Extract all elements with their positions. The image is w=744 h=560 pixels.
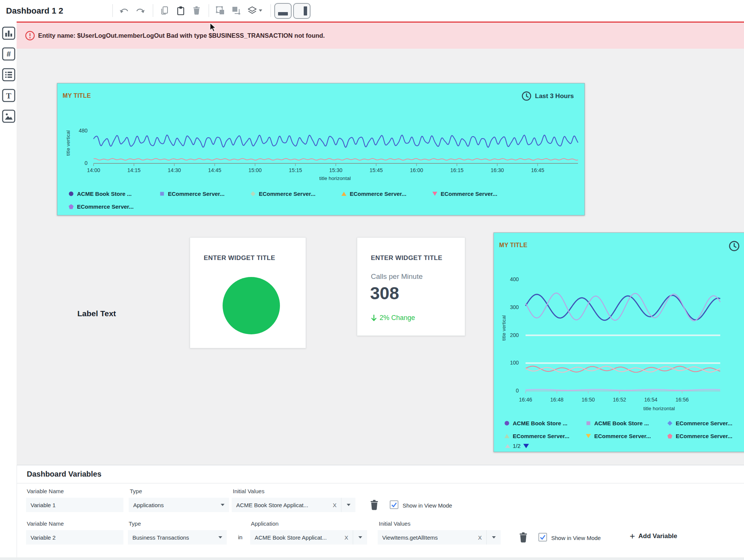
change-text: 2% Change — [380, 314, 415, 322]
dashboard-title: Dashboard 1 2 — [6, 0, 63, 22]
legend-marker-triangle-up — [504, 434, 509, 438]
legend-label: ACME Book Store ... — [513, 420, 567, 426]
type-label: Type — [130, 488, 142, 494]
timeseries-widget-2[interactable]: MY TITLE 400300200100016:4616:4816:5016:… — [493, 232, 744, 452]
remove-token-button[interactable]: X — [333, 502, 337, 508]
legend-marker-triangle-up — [341, 191, 346, 196]
toggle-bottom-panel-button[interactable] — [274, 3, 292, 19]
remove-token-button[interactable]: X — [478, 534, 482, 541]
legend-marker-circle — [504, 421, 509, 426]
send-backward-icon — [231, 5, 241, 16]
undo-icon — [119, 6, 130, 15]
legend-label: ECommerce Server... — [676, 420, 732, 426]
x-tick-label: 14:30 — [162, 167, 186, 173]
chevron-down-icon — [347, 504, 350, 506]
layers-button[interactable] — [246, 4, 263, 17]
show-in-view-mode-checkbox[interactable] — [538, 533, 547, 542]
legend-marker-square — [160, 191, 164, 196]
copy-icon — [160, 6, 169, 15]
type-select[interactable]: Applications — [129, 498, 229, 512]
add-variable-button[interactable]: + Add Variable — [630, 532, 677, 540]
in-text: in — [238, 534, 243, 540]
type-select[interactable]: Business Transactions — [128, 530, 227, 545]
legend-pagination[interactable]: 1/2 — [505, 443, 529, 449]
legend-label: ECommerce Server... — [168, 191, 224, 197]
variable-name-input[interactable]: Variable 2 — [26, 530, 123, 545]
divider — [17, 483, 744, 483]
page-up-icon[interactable] — [505, 444, 510, 448]
remove-token-button[interactable]: X — [344, 534, 348, 541]
image-widget-tool[interactable] — [2, 109, 15, 123]
text-widget-tool[interactable]: T — [2, 89, 15, 102]
legend-item: ECommerce Server... — [160, 189, 251, 198]
initial-values-token[interactable]: ViewItems.getAllItemsX — [378, 530, 486, 545]
legend-label: ECommerce Server... — [441, 191, 497, 197]
initial-values-dropdown[interactable] — [486, 530, 501, 545]
svg-text:T: T — [6, 91, 11, 100]
legend-label: ECommerce Server... — [676, 433, 732, 439]
legend-label: ECommerce Server... — [513, 433, 569, 439]
delete-variable-button[interactable] — [518, 532, 529, 543]
chevron-down-icon — [259, 9, 262, 12]
error-message: Entity name: $UserLogOut.memberLogOut Ba… — [38, 32, 325, 39]
x-tick-label: 16:15 — [445, 167, 469, 173]
chevron-down-icon — [218, 536, 222, 538]
metric-widget[interactable]: ENTER WIDGET TITLE Calls per Minute 308 … — [357, 237, 465, 336]
toggle-right-panel-button[interactable] — [293, 3, 311, 19]
show-in-view-mode-label: Show in View Mode — [403, 502, 452, 509]
dashboard-variables-panel: Dashboard Variables Variable Name Variab… — [17, 465, 744, 558]
legend-item: ACME Book Store ... — [504, 418, 586, 428]
line-chart: 400300200100016:4616:4816:5016:5216:5416… — [494, 233, 744, 452]
x-tick-label: 15:15 — [283, 167, 307, 173]
metric-change: 2% Change — [371, 314, 415, 322]
variable-name-input[interactable]: Variable 1 — [26, 498, 123, 512]
redo-button[interactable] — [133, 4, 147, 17]
y-tick-label: 200 — [496, 332, 519, 338]
legend-item: ACME Book Store ... — [69, 189, 160, 198]
send-backward-button[interactable] — [229, 4, 243, 17]
check-icon — [540, 534, 546, 540]
paste-icon — [176, 6, 186, 15]
svg-text:#: # — [6, 50, 11, 58]
arrow-down-icon — [371, 314, 377, 322]
list-widget-tool[interactable] — [2, 68, 15, 82]
y-tick-label: 300 — [496, 304, 519, 310]
panel-title: Dashboard Variables — [27, 470, 101, 478]
x-tick-label: 15:30 — [324, 167, 348, 173]
y-tick-label: 0 — [496, 388, 519, 394]
page-down-icon[interactable] — [523, 444, 529, 448]
initial-values-token[interactable]: ACME Book Store Applicat...X — [232, 498, 341, 512]
undo-button[interactable] — [118, 4, 131, 17]
application-label: Application — [251, 520, 278, 527]
token-text: ACME Book Store Applicat... — [236, 502, 308, 508]
label-text-widget[interactable]: Label Text — [77, 309, 116, 318]
chart-widget-tool[interactable] — [2, 26, 15, 40]
application-dropdown[interactable] — [353, 530, 367, 545]
x-tick-label: 16:30 — [485, 167, 509, 173]
legend-label: ECommerce Server... — [259, 191, 315, 197]
copy-button[interactable] — [158, 4, 171, 17]
legend-marker-triangle-down — [432, 191, 437, 196]
legend-item: ECommerce Server... — [504, 431, 586, 441]
x-tick-label: 15:45 — [364, 167, 388, 173]
error-icon — [25, 31, 35, 41]
paste-button[interactable] — [174, 4, 188, 17]
x-axis-title: title horizontal — [312, 175, 358, 181]
delete-button[interactable] — [190, 4, 203, 17]
widget-palette-sidebar: # T — [0, 22, 17, 560]
bring-forward-button[interactable] — [214, 4, 227, 17]
bring-forward-icon — [215, 5, 226, 16]
toolbar-divider — [153, 4, 153, 17]
x-tick-label: 16:45 — [526, 167, 550, 173]
delete-variable-button[interactable] — [369, 499, 380, 511]
application-token[interactable]: ACME Book Store Applicat...X — [250, 530, 353, 545]
type-select-value: Applications — [133, 502, 164, 508]
timeseries-widget-1[interactable]: MY TITLE Last 3 Hours 480014:0014:1514:3… — [57, 83, 585, 215]
pie-chart — [223, 277, 280, 334]
x-tick-label: 14:45 — [203, 167, 227, 173]
number-widget-tool[interactable]: # — [2, 47, 15, 61]
x-tick-label: 16:56 — [670, 397, 694, 403]
show-in-view-mode-checkbox[interactable] — [390, 500, 398, 509]
initial-values-dropdown[interactable] — [341, 498, 355, 512]
pie-widget[interactable]: ENTER WIDGET TITLE — [190, 237, 306, 348]
